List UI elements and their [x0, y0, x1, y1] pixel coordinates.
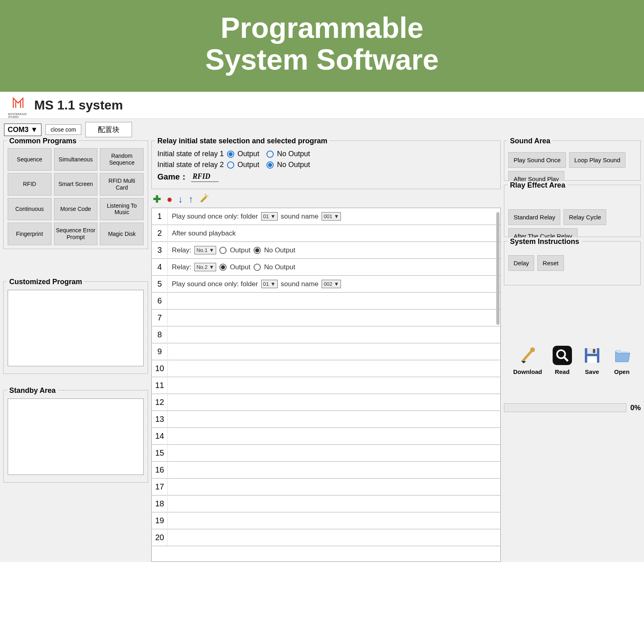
- program-button-5[interactable]: RFID Multi Card: [100, 173, 144, 196]
- step-row-11[interactable]: 11: [152, 377, 500, 394]
- row4-output-radio[interactable]: [219, 264, 227, 271]
- download-label: Download: [513, 368, 542, 375]
- step-row-1[interactable]: 1Play sound once only: folder 01 ▼ sound…: [152, 208, 500, 225]
- open-label: Open: [614, 368, 630, 375]
- program-button-6[interactable]: Continuous: [8, 198, 52, 221]
- step-row-13[interactable]: 13: [152, 411, 500, 428]
- relay2-nooutput-radio[interactable]: [266, 161, 274, 169]
- step-row-12[interactable]: 12: [152, 394, 500, 411]
- read-button[interactable]: Read: [553, 346, 572, 375]
- row3-nooutput-radio[interactable]: [254, 247, 261, 254]
- step-row-14[interactable]: 14: [152, 428, 500, 445]
- config-button[interactable]: 配置块: [85, 122, 132, 137]
- folder-select[interactable]: 01 ▼: [261, 280, 278, 288]
- step-content: [168, 399, 500, 406]
- program-button-4[interactable]: Smart Screen: [54, 173, 98, 196]
- program-button-2[interactable]: Random Sequence: [100, 148, 144, 171]
- step-row-17[interactable]: 17: [152, 479, 500, 495]
- program-button-1[interactable]: Simultaneous: [54, 148, 98, 171]
- program-button-11[interactable]: Magic Disk: [100, 223, 144, 245]
- step-table[interactable]: 1Play sound once only: folder 01 ▼ sound…: [151, 208, 501, 562]
- program-button-8[interactable]: Listening To Music: [100, 198, 144, 221]
- save-button[interactable]: Save: [582, 346, 602, 375]
- main-layout: Common Programs SequenceSimultaneousRand…: [0, 140, 644, 562]
- step-num: 6: [152, 293, 168, 309]
- game-value[interactable]: RFID: [191, 172, 219, 182]
- standby-area-box[interactable]: [8, 398, 144, 475]
- sys-instr-btn-1[interactable]: Reset: [537, 255, 564, 271]
- relay-select[interactable]: No.1 ▼: [194, 246, 216, 254]
- step-row-18[interactable]: 18: [152, 495, 500, 512]
- remove-icon[interactable]: ●: [167, 194, 173, 205]
- step-row-9[interactable]: 9: [152, 343, 500, 360]
- step-row-16[interactable]: 16: [152, 462, 500, 479]
- scrollbar[interactable]: [496, 212, 500, 325]
- step-row-3[interactable]: 3Relay: No.1 ▼ Output No Output: [152, 242, 500, 259]
- step-row-15[interactable]: 15: [152, 445, 500, 462]
- program-button-0[interactable]: Sequence: [8, 148, 52, 171]
- relay1-row: Initial state of relay 1 Output No Outpu…: [157, 150, 495, 158]
- sound-area-title: Sound Area: [508, 137, 553, 145]
- progress-row: 0%: [504, 403, 641, 412]
- program-button-7[interactable]: Morse Code: [54, 198, 98, 221]
- progress-percent: 0%: [630, 404, 641, 412]
- step-content: [168, 315, 500, 321]
- program-button-9[interactable]: Fingerprint: [8, 223, 52, 245]
- program-button-10[interactable]: Sequence Error Prompt: [54, 223, 98, 245]
- step-row-5[interactable]: 5Play sound once only: folder 01 ▼ sound…: [152, 276, 500, 293]
- read-icon: [553, 346, 572, 365]
- move-up-icon[interactable]: ↑: [189, 194, 194, 205]
- step-num: 2: [152, 225, 168, 241]
- step-row-4[interactable]: 4Relay: No.2 ▼ Output No Output: [152, 259, 500, 276]
- step-row-7[interactable]: 7: [152, 310, 500, 326]
- svg-rect-4: [593, 349, 595, 353]
- open-button[interactable]: Open: [612, 346, 632, 375]
- com-select[interactable]: COM3 ▼: [4, 124, 41, 136]
- close-com-button[interactable]: close com: [45, 124, 81, 135]
- folder-select[interactable]: 01 ▼: [261, 212, 278, 221]
- download-button[interactable]: Download: [513, 346, 542, 375]
- relay-effect-btn-1[interactable]: Relay Cycle: [564, 209, 606, 225]
- sound-btn-0[interactable]: Play Sound Once: [508, 152, 566, 168]
- sound-select[interactable]: 001 ▼: [322, 212, 341, 221]
- customized-program-panel: Customized Program: [3, 281, 148, 374]
- sound-btn-1[interactable]: Loop Play Sound: [569, 152, 625, 168]
- relay1-nooutput-radio[interactable]: [266, 151, 274, 158]
- right-column: Sound Area Play Sound OnceLoop Play Soun…: [504, 140, 641, 562]
- sys-instr-btn-0[interactable]: Delay: [508, 255, 534, 271]
- customized-program-area[interactable]: [8, 290, 144, 366]
- relay2-label: Initial state of relay 2: [157, 161, 224, 169]
- step-content: [168, 382, 500, 389]
- relay-select[interactable]: No.2 ▼: [194, 263, 216, 271]
- step-toolbar: ✚ ● ↓ ↑: [151, 191, 501, 208]
- step-num: 7: [152, 310, 168, 326]
- step-row-10[interactable]: 10: [152, 360, 500, 377]
- relay1-output-radio[interactable]: [227, 151, 234, 158]
- relay1-label: Initial state of relay 1: [157, 150, 224, 158]
- step-content: [168, 349, 500, 355]
- step-row-6[interactable]: 6: [152, 293, 500, 310]
- relay-effect-btn-0[interactable]: Standard Relay: [508, 209, 560, 225]
- svg-rect-5: [587, 356, 597, 363]
- step-content: [168, 365, 500, 372]
- sound-select[interactable]: 002 ▼: [322, 280, 341, 288]
- step-row-19[interactable]: 19: [152, 512, 500, 529]
- sys-buttons-row: DelayReset: [508, 255, 636, 271]
- add-icon[interactable]: ✚: [153, 194, 161, 205]
- relay2-row: Initial state of relay 2 Output No Outpu…: [157, 161, 495, 169]
- step-num: 5: [152, 276, 168, 292]
- wand-icon[interactable]: [199, 193, 209, 205]
- banner-title: ProgrammableSystem Software: [0, 12, 644, 76]
- step-num: 15: [152, 445, 168, 461]
- row4-nooutput-radio[interactable]: [254, 264, 261, 271]
- relay-effect-title: Rlay Effect Area: [508, 181, 568, 190]
- step-row-2[interactable]: 2After sound playback: [152, 225, 500, 242]
- row3-output-radio[interactable]: [219, 247, 227, 254]
- step-num: 3: [152, 242, 168, 258]
- program-button-3[interactable]: RFID: [8, 173, 52, 196]
- step-row-8[interactable]: 8: [152, 326, 500, 343]
- step-row-20[interactable]: 20: [152, 529, 500, 546]
- logo: MYSTERIOUS STUDIO: [8, 95, 28, 115]
- relay2-output-radio[interactable]: [227, 161, 234, 169]
- move-down-icon[interactable]: ↓: [178, 194, 183, 205]
